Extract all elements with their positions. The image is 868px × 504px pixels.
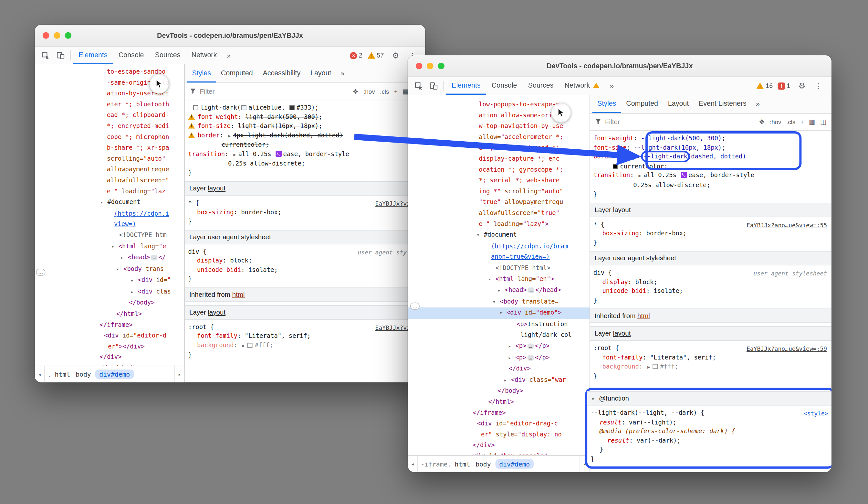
exp-icon[interactable]: ▶ (233, 152, 236, 157)
link[interactable]: (https://cdpn.io/bram (491, 242, 568, 250)
dom-tree-row[interactable]: allow="accelerometer *; (408, 132, 590, 143)
dom-tree-row[interactable]: (https://cdpn.io/bram (408, 241, 590, 252)
hidden-elements-ellipsis[interactable]: … (410, 303, 420, 310)
dom-tree-row[interactable]: ▾<body translate= (408, 296, 590, 308)
link[interactable]: html (637, 312, 650, 320)
link[interactable]: layout (208, 309, 226, 316)
dom-tree-row[interactable]: ▸<div id=" (35, 275, 185, 286)
dom-tree-row[interactable]: e " loading="laz (35, 186, 185, 197)
exp-icon[interactable]: ▶ (647, 365, 650, 370)
dom-tree-row[interactable]: ▸<head>…</ (35, 252, 185, 263)
dom-tree-row[interactable]: allowpaymentreque (35, 164, 185, 175)
crumb-scroll-right-button[interactable]: ▸ (174, 366, 185, 382)
dom-tree-row[interactable]: view=) (35, 219, 185, 230)
zoom-button[interactable] (65, 32, 71, 39)
dom-tree-row[interactable]: </div> (35, 352, 185, 363)
more-tabs-chevron[interactable]: » (751, 100, 764, 108)
color-swatch[interactable] (289, 105, 294, 110)
kebab-menu-icon[interactable]: ⋮ (812, 81, 826, 90)
breadcrumb-item[interactable]: html (52, 371, 73, 378)
settings-gear-icon[interactable]: ⚙ (389, 51, 403, 60)
dom-tree-row[interactable]: </body> (408, 386, 590, 397)
dom-tree-row[interactable]: ing *" scrolling="auto" (408, 186, 590, 197)
dom-tree-row[interactable]: eter *; bluetooth (35, 99, 185, 110)
zoom-button[interactable] (438, 63, 444, 70)
dom-tree-row[interactable]: <div id="editor-drag-c (408, 418, 590, 429)
dom-tree-row[interactable]: scrolling="auto" (35, 153, 185, 164)
more-panels-chevron[interactable]: » (606, 82, 618, 90)
dom-tree-row[interactable]: ▾<html lang="e (35, 241, 185, 252)
error-counter[interactable]: 2 (350, 52, 364, 59)
dom-tree-row[interactable]: ▾<html lang="en"> (408, 273, 590, 285)
link[interactable]: view=) (114, 221, 136, 228)
new-style-rule-button[interactable]: + (800, 119, 804, 125)
dom-tree-row[interactable]: "true" allowpaymentrequ (408, 197, 590, 208)
breadcrumb-item[interactable]: html (452, 460, 473, 468)
device-toolbar-icon[interactable] (426, 82, 441, 90)
link[interactable]: EaYBJJx?ano…ue&view=:55 (746, 221, 827, 228)
dom-tree-row[interactable]: allowfullscreen=" (35, 175, 185, 186)
dom-tree-row[interactable]: allowfullscreen="true" (408, 208, 590, 219)
inspect-icon[interactable] (411, 82, 426, 90)
link[interactable]: (https://cdpn.i (114, 210, 169, 217)
dom-tree-row[interactable]: <!DOCTYPE htm (35, 230, 185, 241)
dom-tree-row[interactable]: ▾<div id="demo"> (408, 308, 590, 319)
toggle-hover-button[interactable]: :hov (363, 88, 375, 95)
dom-tree-row[interactable]: ▾<body trans (35, 263, 185, 275)
dom-tree-row[interactable]: ▾#document (35, 197, 185, 208)
dom-tree-row[interactable]: ▸<div id="box-console" (408, 451, 590, 455)
link[interactable]: html (232, 291, 245, 299)
element-classes-button[interactable]: .cls (380, 88, 389, 95)
dom-tree-row[interactable]: ▸<div clas (35, 286, 185, 298)
new-style-rule-button[interactable]: + (394, 88, 397, 95)
toggle-hover-button[interactable]: :hov (770, 119, 782, 125)
exp-icon[interactable]: ▶ (242, 343, 245, 348)
color-swatch[interactable] (613, 164, 618, 169)
dom-tree-row[interactable]: a *; clipboard-read *; (408, 143, 590, 153)
link[interactable]: layout (613, 330, 631, 337)
link[interactable]: layout (613, 206, 631, 214)
tab-layout[interactable]: Layout (306, 64, 336, 83)
breadcrumb-item[interactable]: body (473, 460, 494, 468)
tab-sources[interactable]: Sources (523, 77, 559, 95)
dom-tree-row[interactable]: <p>Instruction (408, 319, 590, 330)
dom-tree-row[interactable]: ▸<head>…</head> (408, 285, 590, 296)
dom-tree-row[interactable]: er" style="display: no (408, 429, 590, 440)
layers-icon[interactable]: ❖ (352, 88, 358, 95)
color-swatch[interactable] (241, 105, 246, 110)
dom-tree-row[interactable]: </div> (408, 364, 590, 375)
dom-tree-row[interactable]: (https://cdpn.i (35, 208, 185, 219)
dom-tree-row[interactable]: *; encrypted-medi (35, 121, 185, 132)
titlebar[interactable]: DevTools - codepen.io/bramus/pen/EaYBJJx (35, 25, 425, 47)
tab-network[interactable]: Network (559, 77, 606, 95)
close-button[interactable] (416, 63, 423, 70)
tab-sources[interactable]: Sources (149, 47, 186, 64)
more-panels-chevron[interactable]: » (222, 51, 235, 60)
tab-console[interactable]: Console (486, 77, 523, 95)
warning-counter[interactable]: 16 (756, 82, 775, 89)
dom-tree-row[interactable]: <div id="editor-d (35, 330, 185, 341)
link[interactable]: layout (208, 184, 226, 192)
link[interactable]: <style> (804, 410, 828, 417)
breadcrumb-selected[interactable]: div#demo (495, 460, 534, 469)
ease-icon[interactable] (276, 150, 282, 157)
titlebar[interactable]: DevTools - codepen.io/bramus/pen/EaYBJJx (408, 55, 831, 77)
tab-layout[interactable]: Layout (663, 95, 694, 113)
dom-tree-row[interactable]: </iframe> (35, 320, 185, 330)
ease-icon[interactable] (681, 172, 687, 178)
exp-icon[interactable]: ▶ (624, 154, 626, 159)
dom-tree-row[interactable]: cope *; microphon (35, 132, 185, 143)
breadcrumb-item[interactable]: body (73, 371, 94, 378)
dom-tree-row[interactable]: ▾#document (408, 230, 590, 241)
close-button[interactable] (43, 32, 49, 39)
dom-tree-row[interactable]: er"></div> (35, 341, 185, 352)
link[interactable]: anon=true&view=) (491, 253, 550, 261)
dock-panel-icon[interactable]: ◫ (820, 118, 826, 126)
grid-icon[interactable]: ▦ (809, 118, 815, 126)
dom-tree-row[interactable]: ▸<p>…</p> (408, 352, 590, 363)
dom-tree-row[interactable]: w-top-navigation-by-use (408, 121, 590, 132)
tab-elements[interactable]: Elements (73, 47, 113, 64)
dom-tree-row[interactable]: e " loading="lazy"> (408, 219, 590, 230)
color-swatch[interactable] (193, 105, 198, 110)
tab-elements[interactable]: Elements (446, 77, 486, 95)
